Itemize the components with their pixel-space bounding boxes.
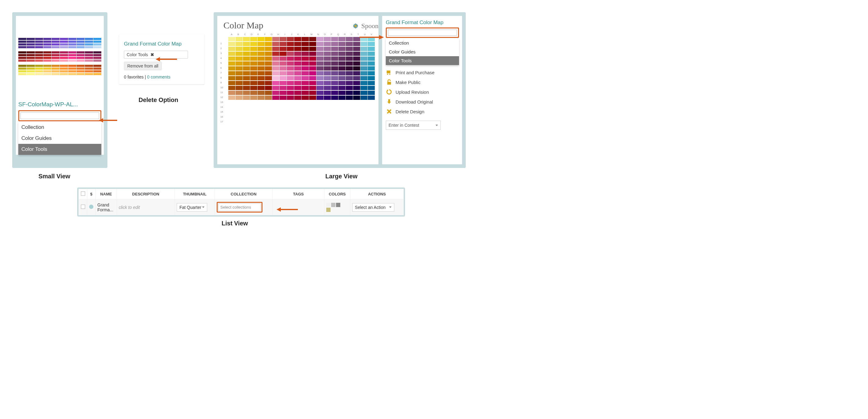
make-public-action[interactable]: Make Public <box>386 77 459 87</box>
small-view-caption: Small View <box>38 173 70 180</box>
row-name[interactable]: Grand Forma... <box>96 200 117 215</box>
collection-dropdown: Collection Color Guides Color Tools <box>16 110 104 155</box>
favorites-count: 0 favorites <box>124 74 144 80</box>
collection-input[interactable]: Select collections <box>217 202 262 213</box>
svg-rect-14 <box>388 99 390 102</box>
svg-marker-1 <box>99 118 103 122</box>
arrow-to-large-dropdown <box>360 34 384 41</box>
small-view-panel: SF-ColorMap-WP-AL... Collection Color Gu… <box>12 12 107 168</box>
cart-icon <box>386 69 393 76</box>
thumbnail-select[interactable]: Fat Quarter <box>177 203 207 212</box>
chevron-down-icon <box>202 206 205 208</box>
header-actions: ACTIONS <box>350 189 403 200</box>
side-collection-list: Collection Color Guides Color Tools <box>386 38 459 65</box>
list-view-panel: $ NAME DESCRIPTION THUMBNAIL COLLECTION … <box>77 187 405 216</box>
header-colors: COLORS <box>324 189 350 200</box>
action-select[interactable]: Select an Action <box>352 203 394 212</box>
svg-point-8 <box>355 25 356 27</box>
header-dollar: $ <box>87 189 96 200</box>
svg-marker-19 <box>277 207 281 212</box>
row-numbers: 1234567891011121314151617 <box>220 42 223 125</box>
arrow-to-list-collection <box>277 206 298 213</box>
actions-list: Print and Purchase Make Public Upload Re… <box>386 67 459 116</box>
designs-table: $ NAME DESCRIPTION THUMBNAIL COLLECTION … <box>79 189 404 215</box>
delete-design-action[interactable]: Delete Design <box>386 107 459 116</box>
row-checkbox[interactable] <box>81 205 85 209</box>
upload-revision-action[interactable]: Upload Revision <box>386 87 459 97</box>
svg-marker-15 <box>387 102 391 104</box>
comments-link[interactable]: 0 comments <box>147 74 170 80</box>
table-row: Grand Forma... click to edit Fat Quarter… <box>79 200 404 215</box>
delete-card-title: Grand Format Color Map <box>124 41 199 47</box>
brand-logo: Spoon <box>351 21 378 31</box>
status-indicator <box>89 205 93 209</box>
header-tags: TAGS <box>273 189 324 200</box>
large-view-caption: Large View <box>326 173 358 180</box>
color-swatches <box>326 203 345 212</box>
large-view-panel: Color Map Spoon ABCDEFGHIJKLMN <box>214 12 466 168</box>
dropdown-item-color-tools[interactable]: Color Tools <box>18 144 101 155</box>
side-panel: Grand Format Color Map Collection Color … <box>382 16 462 164</box>
chip-label: Color Tools <box>127 52 148 57</box>
print-purchase-action[interactable]: Print and Purchase <box>386 67 459 77</box>
header-description: DESCRIPTION <box>117 189 175 200</box>
svg-rect-9 <box>387 70 390 73</box>
delete-option-caption: Delete Option <box>138 96 178 103</box>
svg-rect-12 <box>387 82 391 85</box>
header-name: NAME <box>96 189 117 200</box>
collection-dropdown-list: Collection Color Guides Color Tools <box>18 122 101 155</box>
svg-marker-3 <box>156 57 160 61</box>
svg-point-11 <box>389 73 390 75</box>
small-view-inner: SF-ColorMap-WP-AL... Collection Color Gu… <box>16 16 104 155</box>
chevron-down-icon <box>436 125 438 126</box>
description-field[interactable]: click to edit <box>119 205 140 210</box>
list-view-caption: List View <box>222 220 248 227</box>
meta-line: 0 favorites | 0 comments <box>124 74 199 80</box>
remove-chip-icon[interactable]: ✖ <box>151 52 154 57</box>
design-title[interactable]: SF-ColorMap-WP-AL... <box>16 97 104 110</box>
enter-contest-select[interactable]: Enter in Contest <box>386 121 441 130</box>
download-original-action[interactable]: Download Original <box>386 97 459 107</box>
header-collection: COLLECTION <box>215 189 273 200</box>
side-collection-input[interactable] <box>386 28 459 38</box>
side-item-color-tools[interactable]: Color Tools <box>386 56 459 65</box>
dropdown-item-collection[interactable]: Collection <box>18 122 101 133</box>
design-thumbnail[interactable] <box>16 16 104 97</box>
svg-point-10 <box>387 73 388 75</box>
design-large-image[interactable]: Color Map Spoon ABCDEFGHIJKLMN <box>217 16 378 164</box>
arrow-to-remove-chip <box>156 56 177 63</box>
chevron-down-icon <box>389 206 392 208</box>
flower-icon <box>351 21 360 31</box>
delete-icon <box>386 108 393 115</box>
lock-icon <box>386 79 393 86</box>
side-item-color-guides[interactable]: Color Guides <box>386 47 459 56</box>
remove-from-all-button[interactable]: Remove from all <box>124 62 162 70</box>
select-all-checkbox[interactable] <box>81 191 85 196</box>
column-letters: ABCDEFGHIJKLMNOPQRSTUV <box>228 33 375 36</box>
arrow-to-small-dropdown <box>99 117 117 124</box>
dropdown-item-color-guides[interactable]: Color Guides <box>18 133 101 144</box>
collection-dropdown-input[interactable] <box>18 110 101 121</box>
side-title[interactable]: Grand Format Color Map <box>386 20 459 26</box>
refresh-icon <box>386 89 393 95</box>
download-icon <box>386 98 393 105</box>
side-item-collection[interactable]: Collection <box>386 38 459 47</box>
header-thumbnail: THUMBNAIL <box>175 189 215 200</box>
svg-marker-17 <box>379 35 384 39</box>
